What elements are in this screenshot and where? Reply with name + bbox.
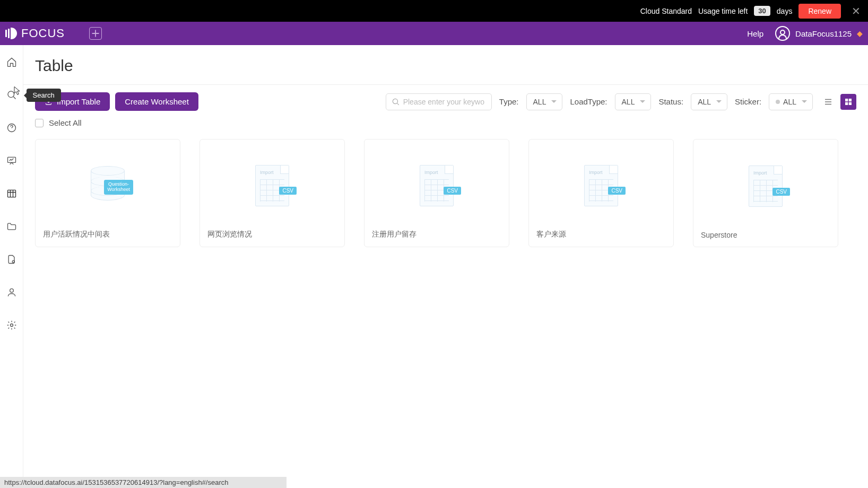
card-thumb: Import CSV [372, 147, 501, 224]
csv-file-icon: Import [420, 165, 454, 206]
search-input-wrap[interactable] [386, 93, 492, 110]
home-icon [6, 57, 17, 67]
table-icon [6, 188, 17, 199]
topbar: Cloud Standard Usage time left 30 days R… [0, 0, 868, 22]
logo[interactable]: FOCUS [5, 27, 65, 40]
search-icon [6, 90, 17, 100]
card-thumb: Import CSV [207, 147, 337, 224]
create-label: Create Worksheet [125, 97, 189, 106]
days-unit: days [777, 7, 793, 15]
cards-grid: Question- Worksheet 用户活跃情况中间表 Import CSV… [23, 127, 868, 259]
svg-rect-9 [849, 99, 852, 101]
page-title: Table [23, 45, 868, 85]
renew-button[interactable]: Renew [798, 4, 841, 19]
select-all-checkbox[interactable] [35, 119, 44, 127]
plus-icon [90, 28, 101, 39]
svg-point-5 [10, 289, 13, 292]
csv-badge: CSV [444, 187, 461, 195]
csv-file-icon: Import [255, 165, 289, 206]
search-input[interactable] [403, 98, 486, 106]
sidebar-help[interactable] [0, 121, 23, 134]
type-select[interactable]: ALL [526, 93, 563, 110]
svg-point-6 [10, 324, 13, 327]
grid-view-toggle[interactable] [840, 94, 856, 110]
card-label: 网页浏览情况 [207, 224, 337, 239]
card-thumb: Import CSV [536, 147, 666, 224]
header: FOCUS Help DataFocus1125 ◆ [0, 22, 868, 45]
csv-badge: CSV [608, 187, 626, 195]
svg-point-4 [12, 260, 14, 263]
svg-point-7 [393, 99, 397, 103]
sidebar-board[interactable] [0, 154, 23, 167]
table-card[interactable]: Import CSV 注册用户留存 [364, 139, 509, 247]
sidebar-search[interactable]: Search [0, 89, 23, 101]
loadtype-label: LoadType: [570, 97, 607, 106]
list-icon [823, 97, 833, 107]
sidebar-table[interactable] [0, 187, 23, 200]
search-input-icon [392, 97, 400, 107]
table-card[interactable]: Import CSV 客户来源 [528, 139, 674, 247]
usage-label: Usage time left [698, 7, 748, 15]
new-button[interactable] [89, 27, 102, 40]
table-card[interactable]: Question- Worksheet 用户活跃情况中间表 [35, 139, 180, 247]
list-view-toggle[interactable] [820, 94, 836, 110]
table-card[interactable]: Import CSV Superstore [693, 139, 838, 247]
user-icon [6, 287, 17, 298]
table-card[interactable]: Import CSV 网页浏览情况 [199, 139, 345, 247]
csv-file-icon: Import [749, 165, 783, 207]
logo-icon [5, 28, 17, 39]
worksheet-badge: Question- Worksheet [104, 180, 133, 195]
select-all-row: Select All [23, 111, 868, 127]
diamond-icon: ◆ [857, 29, 863, 38]
loadtype-select[interactable]: ALL [615, 93, 652, 110]
gear-icon [6, 320, 17, 330]
file-gear-icon [6, 254, 17, 265]
help-circle-icon [6, 123, 17, 133]
statusbar-url: https://tcloud.datafocus.ai/153153653772… [0, 477, 287, 488]
status-select[interactable]: ALL [691, 93, 727, 110]
help-link[interactable]: Help [747, 29, 763, 38]
sticker-label: Sticker: [735, 97, 761, 106]
card-thumb: Question- Worksheet [43, 147, 172, 224]
status-label: Status: [658, 97, 683, 106]
search-tooltip: Search [27, 89, 61, 102]
card-label: 客户来源 [536, 224, 666, 239]
svg-rect-11 [849, 102, 852, 104]
toolbar: Import Table Create Worksheet Type: ALL … [23, 85, 868, 111]
presentation-icon [6, 155, 17, 166]
sidebar-home[interactable] [0, 56, 23, 68]
brand-text: FOCUS [21, 27, 65, 40]
grid-icon [844, 97, 853, 107]
import-label: Import Table [57, 97, 100, 106]
create-worksheet-button[interactable]: Create Worksheet [115, 92, 198, 111]
svg-rect-3 [7, 190, 15, 197]
sticker-select[interactable]: ALL [769, 93, 813, 110]
card-label: Superstore [701, 225, 830, 239]
card-label: 注册用户留存 [372, 224, 501, 239]
days-badge: 30 [754, 6, 770, 16]
sidebar-folder[interactable] [0, 220, 23, 233]
sidebar: Search [0, 45, 23, 488]
card-label: 用户活跃情况中间表 [43, 224, 172, 239]
sidebar-resource[interactable] [0, 253, 23, 266]
sidebar-user[interactable] [0, 286, 23, 299]
select-all-label: Select All [49, 118, 82, 127]
sidebar-settings[interactable] [0, 319, 23, 332]
svg-point-0 [7, 91, 14, 98]
avatar-icon [775, 26, 790, 41]
svg-rect-8 [845, 99, 848, 101]
username: DataFocus1125 [795, 29, 852, 38]
sticker-dot-icon [776, 100, 780, 104]
folder-icon [6, 221, 17, 232]
card-thumb: Import CSV [701, 147, 830, 225]
csv-file-icon: Import [584, 165, 618, 206]
main: Table Import Table Create Worksheet Type… [23, 45, 868, 488]
svg-rect-10 [845, 102, 848, 104]
csv-badge: CSV [279, 187, 297, 195]
type-label: Type: [499, 97, 519, 106]
close-icon[interactable]: ✕ [852, 5, 861, 18]
csv-badge: CSV [772, 188, 790, 196]
plan-label: Cloud Standard [640, 7, 692, 15]
user-menu[interactable]: DataFocus1125 ◆ [775, 26, 863, 41]
